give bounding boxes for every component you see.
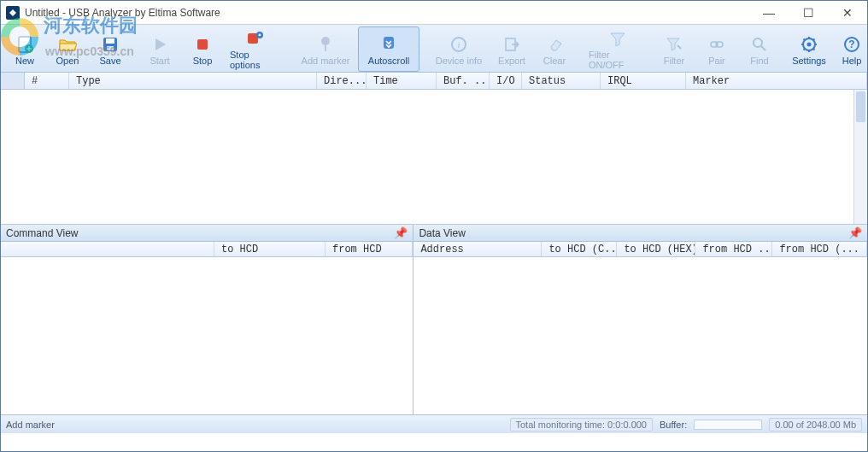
help-label: Help bbox=[842, 56, 862, 66]
data-col-to-hcd-hex[interactable]: to HCD (HEX) bbox=[617, 242, 695, 256]
filter-onoff-button[interactable]: Filter ON/OFF bbox=[584, 26, 652, 72]
svg-rect-10 bbox=[325, 44, 326, 51]
svg-point-9 bbox=[321, 37, 330, 45]
scroll-down-icon bbox=[380, 33, 397, 56]
data-col-from-hcd-1[interactable]: from HCD ... bbox=[695, 242, 772, 256]
scrollbar-thumb[interactable] bbox=[856, 91, 865, 122]
pin-icon[interactable]: 📌 bbox=[394, 226, 408, 239]
new-button[interactable]: New bbox=[4, 26, 45, 72]
filter-onoff-label: Filter ON/OFF bbox=[589, 50, 647, 70]
buffer-gauge bbox=[694, 420, 762, 430]
command-col-to-hcd[interactable]: to HCD bbox=[214, 242, 326, 256]
clear-label: Clear bbox=[543, 56, 566, 66]
stop-gear-icon bbox=[246, 28, 265, 50]
find-label: Find bbox=[750, 56, 768, 66]
data-view-body[interactable] bbox=[413, 257, 867, 414]
pin-icon[interactable]: 📌 bbox=[848, 226, 862, 239]
command-col-from-hcd[interactable]: from HCD bbox=[326, 242, 413, 256]
info-icon: i bbox=[450, 33, 467, 56]
autoscroll-label: Autoscroll bbox=[368, 56, 409, 66]
status-add-marker[interactable]: Add marker bbox=[6, 420, 55, 430]
svg-text:i: i bbox=[457, 39, 460, 50]
open-label: Open bbox=[56, 56, 79, 66]
stop-button[interactable]: Stop bbox=[182, 26, 223, 72]
filter-button[interactable]: Filter bbox=[654, 26, 695, 72]
start-label: Start bbox=[150, 56, 169, 66]
open-button[interactable]: Open bbox=[47, 26, 88, 72]
file-new-icon bbox=[15, 33, 34, 56]
data-view-header[interactable]: Data View 📌 bbox=[413, 225, 867, 242]
col-io[interactable]: I/O bbox=[490, 73, 522, 89]
stop-options-button[interactable]: Stop options bbox=[225, 26, 286, 72]
device-info-label: Device info bbox=[436, 56, 482, 66]
find-button[interactable]: Find bbox=[739, 26, 780, 72]
bottom-panes: Command View 📌 to HCD from HCD Data View… bbox=[1, 225, 867, 414]
maximize-button[interactable]: ☐ bbox=[789, 1, 828, 24]
export-label: Export bbox=[498, 56, 525, 66]
command-view-pane: Command View 📌 to HCD from HCD bbox=[1, 225, 413, 414]
command-view-header[interactable]: Command View 📌 bbox=[1, 225, 413, 242]
data-col-address[interactable]: Address bbox=[413, 242, 542, 256]
col-time[interactable]: Time bbox=[367, 73, 437, 89]
col-status[interactable]: Status bbox=[522, 73, 601, 89]
save-label: Save bbox=[99, 56, 120, 66]
status-buffer-label: Buffer: bbox=[660, 420, 687, 430]
stop-options-label: Stop options bbox=[230, 50, 281, 70]
data-view-pane: Data View 📌 Address to HCD (C... to HCD … bbox=[413, 225, 867, 414]
settings-button[interactable]: Settings bbox=[789, 26, 830, 72]
svg-point-17 bbox=[754, 38, 762, 47]
data-col-from-hcd-2[interactable]: from HCD (... bbox=[772, 242, 867, 256]
total-time-value: 0:0:0.000 bbox=[607, 420, 647, 430]
grid-gutter bbox=[1, 73, 25, 89]
pair-label: Pair bbox=[708, 56, 725, 66]
link-icon bbox=[708, 33, 725, 56]
filter-label: Filter bbox=[664, 56, 684, 66]
status-total-time: Total monitoring time: 0:0:0.000 bbox=[510, 418, 653, 431]
col-number[interactable]: # bbox=[25, 73, 69, 89]
close-button[interactable]: ✕ bbox=[828, 1, 867, 24]
autoscroll-button[interactable]: Autoscroll bbox=[358, 26, 419, 72]
vertical-scrollbar[interactable] bbox=[853, 90, 867, 224]
device-info-button[interactable]: i Device info bbox=[428, 26, 490, 72]
stop-label: Stop bbox=[193, 56, 213, 66]
command-col-blank[interactable] bbox=[1, 242, 214, 256]
search-icon bbox=[752, 33, 767, 56]
help-button[interactable]: ? Help bbox=[831, 26, 868, 72]
command-columns: to HCD from HCD bbox=[1, 242, 413, 257]
funnel-icon bbox=[609, 28, 626, 50]
save-button[interactable]: Save bbox=[90, 26, 131, 72]
col-buf[interactable]: Buf. ... bbox=[437, 73, 490, 89]
settings-label: Settings bbox=[792, 56, 826, 66]
col-type[interactable]: Type bbox=[69, 73, 317, 89]
data-columns: Address to HCD (C... to HCD (HEX) from H… bbox=[413, 242, 867, 257]
data-col-to-hcd-c[interactable]: to HCD (C... bbox=[542, 242, 617, 256]
col-direction[interactable]: Dire... bbox=[317, 73, 367, 89]
main-grid-body[interactable] bbox=[1, 90, 867, 225]
status-bar: Add marker Total monitoring time: 0:0:0.… bbox=[1, 414, 867, 433]
eraser-icon bbox=[546, 33, 563, 56]
pair-button[interactable]: Pair bbox=[696, 26, 737, 72]
svg-point-8 bbox=[259, 33, 261, 36]
minimize-button[interactable]: — bbox=[749, 1, 789, 24]
help-icon: ? bbox=[843, 33, 860, 56]
total-time-label: Total monitoring time: bbox=[516, 420, 606, 430]
funnel-edit-icon bbox=[666, 33, 683, 56]
add-marker-button[interactable]: Add marker bbox=[295, 26, 356, 72]
export-icon bbox=[503, 33, 520, 56]
add-marker-label: Add marker bbox=[302, 56, 350, 66]
window-title: Untitled - USB Analyzer by Eltima Softwa… bbox=[25, 7, 749, 19]
clear-button[interactable]: Clear bbox=[534, 26, 575, 72]
col-marker[interactable]: Marker bbox=[686, 73, 867, 89]
start-button[interactable]: Start bbox=[139, 26, 180, 72]
main-grid-header: # Type Dire... Time Buf. ... I/O Status … bbox=[1, 73, 867, 90]
data-view-title: Data View bbox=[419, 227, 465, 239]
col-irql[interactable]: IRQL bbox=[601, 73, 686, 89]
export-button[interactable]: Export bbox=[491, 26, 532, 72]
svg-text:?: ? bbox=[848, 38, 854, 50]
play-icon bbox=[152, 33, 167, 56]
command-view-body[interactable] bbox=[1, 257, 413, 414]
toolbar: New Open Save Start Stop Stop options Ad… bbox=[1, 25, 867, 73]
svg-point-19 bbox=[807, 42, 812, 46]
folder-open-icon bbox=[58, 33, 77, 56]
status-buffer-text: 0.00 of 2048.00 Mb bbox=[769, 418, 862, 431]
